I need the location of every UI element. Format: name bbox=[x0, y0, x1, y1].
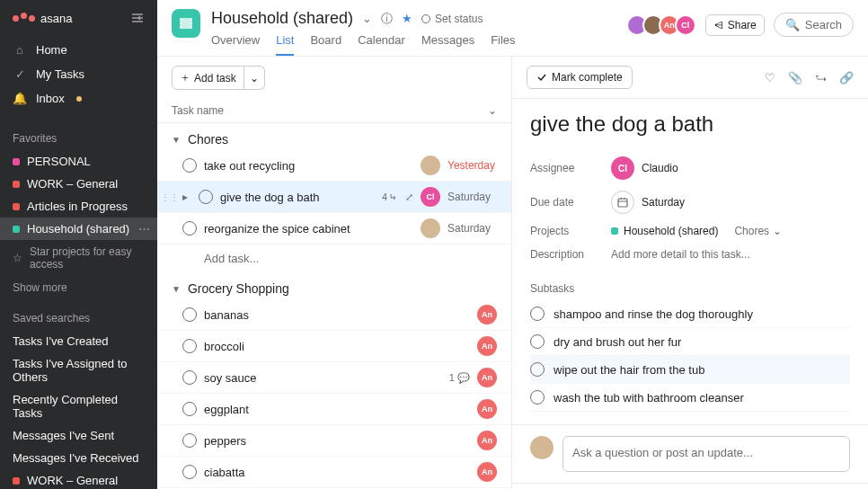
attachment-icon[interactable]: 📎 bbox=[788, 71, 802, 84]
nav-home[interactable]: ⌂Home bbox=[0, 38, 157, 62]
complete-checkbox[interactable] bbox=[182, 433, 197, 448]
saved-search[interactable]: Tasks I've Assigned to Others bbox=[0, 352, 157, 388]
complete-checkbox[interactable] bbox=[182, 465, 197, 479]
drag-handle-icon[interactable]: ⋮⋮ bbox=[161, 192, 179, 202]
sidebar-project[interactable]: Household (shared)⋯ bbox=[0, 218, 157, 240]
task-row[interactable]: ciabattaAn bbox=[157, 457, 511, 488]
tab-board[interactable]: Board bbox=[310, 33, 341, 56]
task-name[interactable]: reorganize the spice cabinet bbox=[204, 222, 413, 236]
sidebar-project[interactable]: WORK – General bbox=[0, 469, 157, 489]
tab-calendar[interactable]: Calendar bbox=[358, 33, 405, 56]
complete-checkbox[interactable] bbox=[182, 339, 197, 353]
complete-checkbox[interactable] bbox=[199, 190, 213, 204]
assignee-field[interactable]: Cl Claudio bbox=[611, 156, 678, 180]
assignee-avatar[interactable]: An bbox=[477, 431, 497, 450]
complete-checkbox[interactable] bbox=[182, 221, 197, 236]
task-name[interactable]: eggplant bbox=[204, 403, 470, 416]
projects-field[interactable]: Household (shared) Chores⌄ bbox=[611, 225, 782, 237]
assignee-avatar[interactable]: An bbox=[477, 305, 497, 325]
assignee-avatar[interactable]: An bbox=[477, 399, 497, 419]
assignee-avatar[interactable]: An bbox=[477, 368, 497, 387]
column-task-name[interactable]: Task name bbox=[172, 104, 488, 117]
share-button[interactable]: ⩤Share bbox=[705, 14, 765, 36]
sidebar-project[interactable]: PERSONAL bbox=[0, 150, 157, 173]
asana-logo[interactable]: asana bbox=[13, 12, 72, 25]
task-row[interactable]: bananasAn bbox=[157, 299, 511, 331]
chevron-down-icon[interactable]: ⌄ bbox=[362, 12, 372, 25]
task-row[interactable]: take out recyclingYesterday bbox=[157, 150, 511, 182]
task-row[interactable]: broccoliAn bbox=[157, 331, 511, 362]
show-more[interactable]: Show more bbox=[0, 276, 157, 299]
mark-complete-button[interactable]: Mark complete bbox=[527, 66, 633, 89]
complete-checkbox[interactable] bbox=[182, 158, 197, 173]
complete-checkbox[interactable] bbox=[530, 334, 545, 349]
task-row[interactable]: eggplantAn bbox=[157, 394, 511, 425]
assignee-avatar[interactable] bbox=[421, 218, 440, 238]
link-icon[interactable]: 🔗 bbox=[839, 71, 854, 84]
subtask-row[interactable]: wipe out the hair from the tub bbox=[530, 356, 850, 384]
assignee-avatar[interactable]: An bbox=[477, 336, 497, 356]
due-date-field[interactable]: Saturday bbox=[611, 191, 685, 214]
tab-list[interactable]: List bbox=[276, 33, 294, 56]
member-avatar[interactable]: Cl bbox=[675, 14, 696, 36]
star-icon[interactable]: ★ bbox=[402, 12, 412, 25]
sidebar-project[interactable]: WORK – General bbox=[0, 173, 157, 195]
task-row[interactable]: soy sauce1 💬An bbox=[157, 362, 511, 394]
complete-checkbox[interactable] bbox=[530, 362, 545, 377]
subtask-row[interactable]: dry and brush out her fur bbox=[530, 328, 850, 356]
task-row[interactable]: peppersAn bbox=[157, 425, 511, 457]
set-status[interactable]: Set status bbox=[421, 13, 483, 25]
subtask-icon[interactable]: ⮑ bbox=[815, 71, 827, 84]
tab-files[interactable]: Files bbox=[491, 33, 515, 56]
subtask-name[interactable]: shampoo and rinse the dog thoroughly bbox=[554, 307, 753, 321]
task-row[interactable]: reorganize the spice cabinetSaturday bbox=[157, 213, 511, 244]
task-name[interactable]: ciabatta bbox=[204, 466, 470, 479]
section-header[interactable]: ▼Chores bbox=[157, 123, 511, 150]
chevron-down-icon[interactable]: ⌄ bbox=[773, 225, 782, 237]
more-icon[interactable]: ⋯ bbox=[138, 222, 150, 236]
subtask-name[interactable]: dry and brush out her fur bbox=[554, 335, 681, 349]
task-name[interactable]: peppers bbox=[204, 434, 470, 448]
task-name[interactable]: soy sauce bbox=[204, 371, 442, 385]
assignee-avatar[interactable]: An bbox=[477, 462, 497, 482]
task-title[interactable]: give the dog a bath bbox=[530, 111, 850, 137]
nav-check[interactable]: ✓My Tasks bbox=[0, 62, 157, 86]
add-task-row[interactable]: Add task... bbox=[157, 244, 511, 272]
section-header[interactable]: ▼Grocery Shopping bbox=[157, 272, 511, 299]
complete-checkbox[interactable] bbox=[182, 307, 197, 322]
tab-messages[interactable]: Messages bbox=[421, 33, 474, 56]
assignee-avatar[interactable]: Cl bbox=[421, 187, 440, 207]
due-date[interactable]: Yesterday bbox=[447, 159, 497, 172]
chevron-down-icon[interactable]: ⌄ bbox=[488, 104, 497, 117]
saved-search[interactable]: Recently Completed Tasks bbox=[0, 388, 157, 424]
tab-overview[interactable]: Overview bbox=[211, 33, 260, 56]
complete-checkbox[interactable] bbox=[182, 402, 197, 416]
subtask-row[interactable]: shampoo and rinse the dog thoroughly bbox=[530, 300, 850, 328]
complete-checkbox[interactable] bbox=[530, 390, 545, 405]
task-name[interactable]: take out recycling bbox=[204, 159, 413, 173]
task-name[interactable]: give the dog a bath bbox=[220, 191, 375, 204]
add-task-dropdown[interactable]: ⌄ bbox=[244, 66, 265, 90]
like-icon[interactable]: ♡ bbox=[765, 71, 775, 84]
info-icon[interactable]: ⓘ bbox=[381, 11, 393, 27]
assignee-avatar[interactable] bbox=[421, 156, 440, 175]
task-name[interactable]: broccoli bbox=[204, 340, 470, 353]
search-input[interactable]: 🔍Search bbox=[774, 13, 854, 37]
task-name[interactable]: bananas bbox=[204, 308, 470, 322]
subtask-name[interactable]: wash the tub with bathroom cleanser bbox=[554, 391, 744, 405]
comment-input[interactable]: Ask a question or post an update... bbox=[562, 436, 850, 472]
sidebar-project[interactable]: Articles in Progress bbox=[0, 195, 157, 218]
subtask-row[interactable]: wash the tub with bathroom cleanser bbox=[530, 384, 850, 412]
collapse-sidebar-icon[interactable] bbox=[130, 11, 145, 25]
nav-bell[interactable]: 🔔Inbox bbox=[0, 86, 157, 111]
due-date[interactable]: Saturday bbox=[447, 222, 497, 235]
subtask-name[interactable]: wipe out the hair from the tub bbox=[554, 363, 704, 377]
expand-icon[interactable]: ▸ bbox=[182, 191, 188, 203]
add-task-button[interactable]: ＋ Add task bbox=[172, 66, 244, 90]
saved-search[interactable]: Messages I've Received bbox=[0, 447, 157, 469]
details-icon[interactable]: ⤢ bbox=[405, 191, 413, 203]
description-field[interactable]: Add more detail to this task... bbox=[611, 248, 750, 261]
complete-checkbox[interactable] bbox=[182, 370, 197, 385]
project-title[interactable]: Household (shared) bbox=[211, 9, 353, 28]
saved-search[interactable]: Tasks I've Created bbox=[0, 330, 157, 352]
